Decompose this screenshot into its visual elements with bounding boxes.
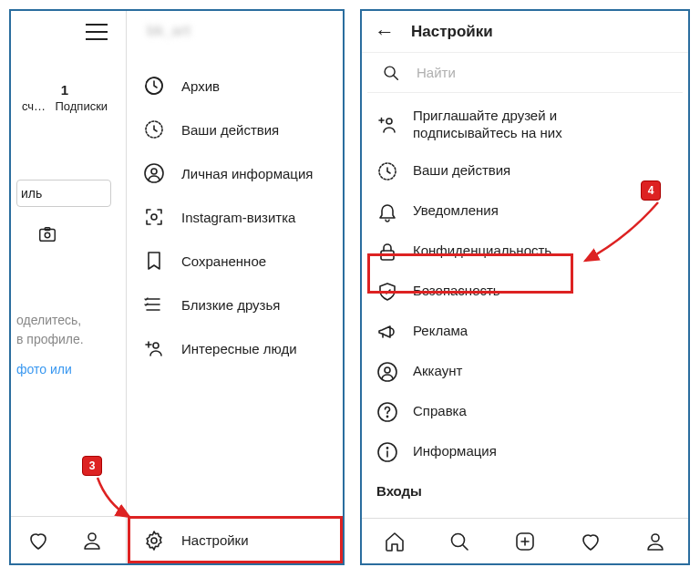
share-photo-link[interactable]: фото или	[16, 362, 118, 377]
heart-icon[interactable]	[580, 531, 602, 552]
settings-item-label: Безопасность	[413, 283, 500, 300]
settings-item-ads[interactable]: Реклама	[362, 312, 688, 352]
add-post-icon[interactable]	[514, 531, 536, 552]
profile-underlay: 1 сч… Подписки иль оделитесь, в профиле.…	[11, 11, 118, 563]
drawer-item-label: Близкие друзья	[181, 297, 280, 313]
help-icon	[376, 401, 398, 423]
drawer-item-close-friends[interactable]: Близкие друзья	[127, 283, 343, 326]
profile-icon[interactable]	[644, 531, 666, 552]
search-placeholder: Найти	[417, 65, 456, 80]
info-icon	[376, 441, 398, 463]
bell-icon	[376, 201, 398, 222]
svg-point-7	[151, 169, 157, 174]
home-icon[interactable]	[384, 531, 406, 552]
bottom-nav	[362, 518, 688, 563]
settings-item-privacy[interactable]: Конфиденциальность	[362, 232, 688, 272]
logins-section-header: Входы	[362, 472, 688, 499]
svg-point-12	[386, 119, 392, 124]
drawer-item-label: Сохраненное	[181, 253, 266, 269]
drawer-item-discover-people[interactable]: Интересные люди	[127, 326, 343, 370]
gear-icon	[143, 530, 165, 552]
svg-point-21	[452, 533, 465, 546]
settings-item-help[interactable]: Справка	[362, 392, 688, 432]
person-circle-icon	[376, 361, 398, 383]
settings-item-label: Реклама	[413, 323, 468, 340]
svg-point-8	[151, 214, 157, 220]
bottom-nav-left	[11, 516, 118, 563]
shield-icon	[376, 281, 398, 303]
invite-icon	[376, 114, 398, 136]
activity-icon	[376, 160, 398, 182]
drawer-settings-label: Настройки	[181, 532, 249, 548]
settings-item-info[interactable]: Информация	[362, 432, 688, 472]
settings-item-label: Справка	[413, 403, 467, 420]
svg-point-9	[153, 343, 159, 348]
nametag-icon	[143, 206, 165, 228]
subscriptions-label: Подписки	[55, 99, 108, 113]
drawer-settings-button[interactable]: Настройки	[127, 516, 343, 563]
settings-search[interactable]: Найти	[367, 53, 683, 93]
archive-icon	[143, 75, 165, 97]
subscriptions-count: 1	[16, 82, 113, 98]
drawer-username: bk_art	[127, 11, 343, 51]
side-drawer: bk_art Архив Ваши действия Личная информ…	[126, 11, 343, 563]
drawer-item-label: Instagram-визитка	[181, 210, 295, 225]
svg-rect-14	[381, 251, 394, 260]
search-nav-icon[interactable]	[448, 531, 470, 552]
activity-icon	[143, 119, 165, 140]
settings-item-account[interactable]: Аккаунт	[362, 352, 688, 392]
drawer-item-archive[interactable]: Архив	[127, 64, 343, 108]
settings-item-label: Конфиденциальность	[413, 242, 551, 260]
drawer-item-activity[interactable]: Ваши действия	[127, 108, 343, 151]
heart-icon[interactable]	[27, 530, 49, 552]
svg-point-23	[652, 534, 659, 542]
svg-point-10	[151, 538, 157, 543]
stat-cut-left: сч…	[22, 99, 46, 113]
settings-header: ← Настройки	[362, 11, 688, 53]
edit-profile-button-cut[interactable]: иль	[16, 180, 111, 207]
left-phone-frame: 1 сч… Подписки иль оделитесь, в профиле.…	[9, 9, 345, 565]
settings-item-label: Уведомления	[413, 202, 499, 220]
svg-point-20	[386, 447, 387, 448]
svg-point-1	[45, 232, 50, 237]
hamburger-icon[interactable]	[86, 24, 108, 40]
lock-icon	[376, 241, 398, 263]
svg-point-18	[386, 416, 387, 417]
svg-point-6	[145, 164, 163, 182]
settings-title: Настройки	[411, 23, 493, 41]
tagged-photos-icon[interactable]	[36, 223, 58, 245]
svg-point-3	[88, 533, 96, 541]
settings-item-label: Ваши действия	[413, 162, 510, 180]
drawer-item-label: Архив	[181, 78, 220, 94]
settings-item-label: Информация	[413, 443, 497, 460]
settings-item-label: Приглашайте друзей и подписывайтесь на н…	[413, 108, 613, 142]
bookmark-icon	[143, 250, 165, 272]
svg-rect-0	[40, 230, 56, 242]
drawer-item-label: Ваши действия	[181, 122, 279, 138]
drawer-item-saved[interactable]: Сохраненное	[127, 239, 343, 283]
drawer-item-label: Интересные люди	[181, 341, 297, 356]
drawer-item-nametag[interactable]: Instagram-визитка	[127, 195, 343, 239]
svg-point-15	[378, 363, 396, 381]
megaphone-icon	[376, 321, 398, 343]
share-prompt: оделитесь, в профиле.	[16, 311, 117, 349]
person-circle-icon	[143, 162, 165, 184]
drawer-item-personal-info[interactable]: Личная информация	[127, 151, 343, 195]
back-arrow-icon[interactable]: ←	[375, 20, 395, 44]
right-phone-frame: ← Настройки Найти Приглашайте друзей и п…	[360, 9, 690, 565]
profile-stats: 1 сч… Подписки	[16, 82, 118, 114]
drawer-item-label: Личная информация	[181, 166, 313, 181]
close-friends-icon	[143, 294, 165, 315]
add-person-icon	[143, 337, 165, 359]
settings-item-security[interactable]: Безопасность	[362, 272, 688, 312]
profile-icon[interactable]	[81, 530, 103, 552]
search-icon	[380, 62, 402, 84]
svg-point-16	[385, 367, 390, 373]
settings-item-invite[interactable]: Приглашайте друзей и подписывайтесь на н…	[362, 98, 688, 151]
settings-item-label: Аккаунт	[413, 363, 462, 380]
settings-item-activity[interactable]: Ваши действия	[362, 151, 688, 191]
settings-item-notifications[interactable]: Уведомления	[362, 191, 688, 232]
